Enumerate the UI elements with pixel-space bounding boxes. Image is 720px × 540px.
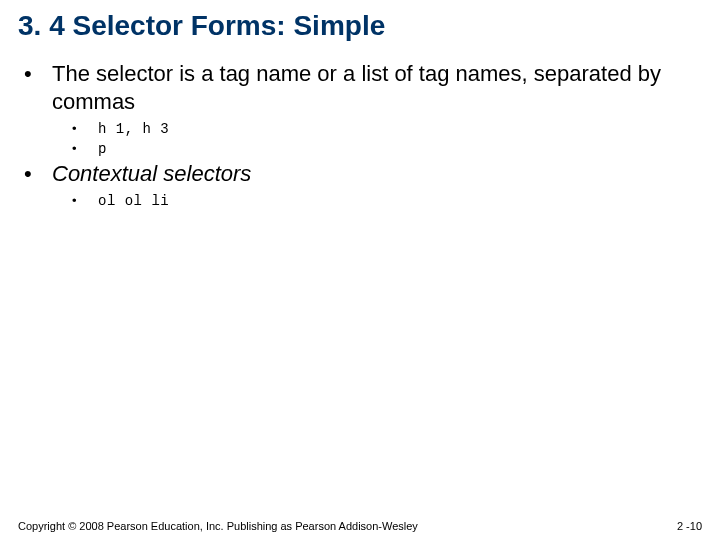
list-item: • The selector is a tag name or a list o… [18, 60, 702, 116]
code-text: p [98, 140, 107, 158]
bullet-text: The selector is a tag name or a list of … [52, 60, 702, 116]
bullet-icon: • [72, 140, 98, 158]
list-item: • ol ol li [72, 192, 702, 210]
bullet-text: Contextual selectors [52, 160, 251, 188]
list-item: • h 1, h 3 [72, 120, 702, 138]
bullet-icon: • [18, 160, 52, 188]
page-number: 2 -10 [677, 520, 702, 532]
slide-title: 3. 4 Selector Forms: Simple [18, 10, 702, 42]
bullet-icon: • [18, 60, 52, 116]
bullet-icon: • [72, 120, 98, 138]
code-text: ol ol li [98, 192, 169, 210]
copyright-text: Copyright © 2008 Pearson Education, Inc.… [18, 520, 418, 532]
bullet-icon: • [72, 192, 98, 210]
code-text: h 1, h 3 [98, 120, 169, 138]
footer: Copyright © 2008 Pearson Education, Inc.… [0, 520, 720, 532]
slide: 3. 4 Selector Forms: Simple • The select… [0, 0, 720, 540]
list-item: • p [72, 140, 702, 158]
list-item: • Contextual selectors [18, 160, 702, 188]
